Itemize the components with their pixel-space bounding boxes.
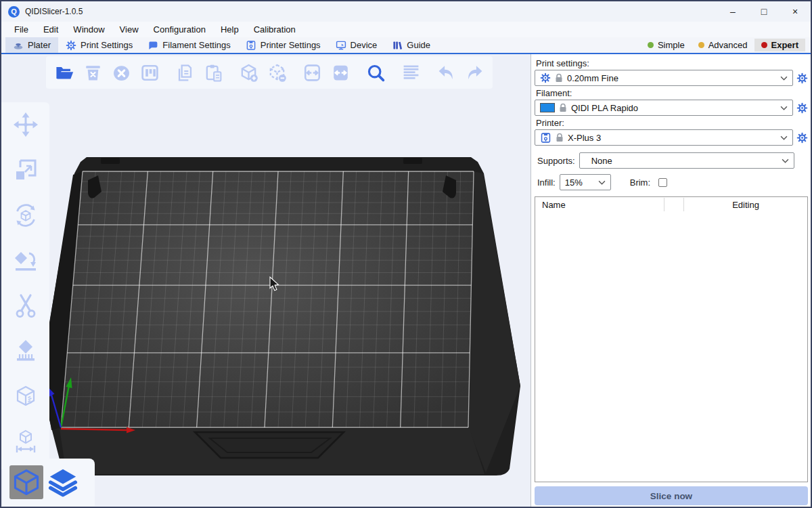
undo-button[interactable] — [434, 59, 457, 86]
3d-viewport[interactable] — [1, 54, 531, 507]
printer-label: Printer: — [536, 118, 808, 128]
undo-icon — [436, 63, 456, 83]
place-on-face-icon — [12, 247, 39, 274]
mode-switcher: Simple Advanced Expert — [641, 37, 811, 53]
window-title: QIDISlicer-1.0.5 — [25, 7, 83, 16]
menu-calibration[interactable]: Calibration — [246, 23, 303, 36]
print-settings-value: 0.20mm Fine — [567, 73, 776, 83]
cut-button[interactable] — [12, 292, 40, 320]
plater-icon — [13, 40, 24, 51]
menu-file[interactable]: File — [7, 23, 36, 36]
lock-icon — [555, 73, 563, 83]
tab-filament-settings[interactable]: Filament Settings — [140, 37, 238, 53]
remove-instance-button[interactable] — [265, 59, 288, 86]
guide-icon — [392, 40, 403, 51]
layer-height-icon — [401, 63, 421, 83]
print-bed — [1, 54, 531, 506]
printer-gear-button[interactable] — [796, 131, 808, 144]
preview-view-button[interactable] — [46, 465, 80, 499]
print-settings-combo[interactable]: 0.20mm Fine — [535, 70, 793, 86]
chevron-down-icon — [782, 158, 789, 163]
column-name: Name — [535, 200, 664, 210]
remove-instance-icon — [267, 63, 287, 83]
maximize-button[interactable]: □ — [748, 1, 780, 22]
mode-expert[interactable]: Expert — [754, 39, 805, 51]
object-list-header: Name Editing — [535, 197, 807, 212]
device-icon — [336, 40, 346, 51]
delete-all-button[interactable] — [110, 59, 133, 86]
3d-view-cube-icon — [11, 467, 42, 498]
arrange-button[interactable] — [138, 59, 161, 86]
move-button[interactable] — [12, 110, 40, 139]
menu-help[interactable]: Help — [213, 23, 246, 36]
cut-scissors-icon — [12, 293, 39, 320]
chevron-down-icon — [598, 180, 606, 185]
rotate-button[interactable] — [12, 201, 40, 230]
infill-label: Infill: — [537, 177, 556, 188]
tab-print-settings[interactable]: Print Settings — [58, 37, 140, 53]
view-mode-switcher — [3, 459, 95, 506]
filament-icon — [148, 40, 158, 51]
tab-guide[interactable]: Guide — [384, 37, 438, 53]
supports-combo[interactable]: None — [579, 152, 794, 169]
gear-icon — [796, 132, 808, 144]
arrange-icon — [140, 63, 160, 83]
delete-all-icon — [112, 63, 131, 83]
tab-device[interactable]: Device — [328, 37, 385, 53]
tab-plater[interactable]: Plater — [5, 37, 58, 53]
brim-label: Brim: — [630, 177, 650, 188]
column-extruder — [664, 198, 684, 211]
print-settings-gear-button[interactable] — [796, 72, 808, 84]
filament-gear-button[interactable] — [796, 102, 808, 114]
gear-icon — [540, 72, 551, 83]
split-to-objects-button[interactable] — [300, 59, 323, 86]
slice-now-button[interactable]: Slice now — [535, 486, 808, 505]
bed-surface — [61, 171, 474, 427]
search-button[interactable] — [364, 59, 387, 86]
3d-editor-view-button[interactable] — [9, 465, 43, 499]
paste-button[interactable] — [202, 59, 225, 86]
minimize-button[interactable]: – — [717, 1, 748, 22]
infill-value: 15% — [565, 177, 594, 188]
menu-edit[interactable]: Edit — [36, 23, 66, 36]
preview-layers-icon — [46, 465, 80, 500]
gear-icon — [66, 40, 76, 51]
close-button[interactable]: × — [780, 1, 811, 22]
menu-window[interactable]: Window — [66, 23, 112, 36]
advanced-dot-icon — [698, 42, 704, 48]
filament-combo[interactable]: QIDI PLA Rapido — [535, 100, 793, 116]
measure-button[interactable] — [12, 428, 40, 457]
mode-advanced[interactable]: Advanced — [692, 39, 754, 51]
lock-icon — [556, 133, 564, 142]
copy-icon — [175, 63, 195, 83]
tab-printer-settings[interactable]: Printer Settings — [238, 37, 328, 53]
paint-supports-button[interactable] — [12, 337, 40, 366]
place-on-face-button[interactable] — [12, 247, 40, 275]
delete-button[interactable] — [81, 59, 104, 86]
simple-dot-icon — [648, 42, 654, 48]
split-to-parts-button[interactable] — [329, 59, 352, 86]
add-instance-button[interactable] — [237, 59, 260, 86]
open-button[interactable] — [53, 59, 76, 86]
title-bar: Q QIDISlicer-1.0.5 – □ × — [1, 1, 811, 22]
gear-icon — [796, 72, 808, 84]
trash-icon — [83, 63, 103, 83]
redo-button[interactable] — [463, 59, 486, 86]
object-list[interactable]: Name Editing — [535, 196, 808, 482]
scale-button[interactable] — [12, 156, 40, 184]
copy-button[interactable] — [173, 59, 196, 86]
infill-combo[interactable]: 15% — [560, 174, 611, 190]
chevron-down-icon — [780, 135, 788, 140]
printer-value: X-Plus 3 — [568, 133, 776, 143]
mode-simple[interactable]: Simple — [641, 39, 692, 51]
seam-icon — [12, 383, 39, 410]
menu-configuration[interactable]: Configuration — [146, 23, 213, 36]
variable-layer-height-button[interactable] — [399, 59, 422, 86]
brim-checkbox[interactable] — [658, 178, 667, 187]
seam-button[interactable] — [12, 383, 40, 411]
printer-combo[interactable]: X-Plus 3 — [535, 129, 793, 146]
menu-view[interactable]: View — [112, 23, 146, 36]
menu-bar: File Edit Window View Configuration Help… — [1, 22, 811, 37]
filament-label: Filament: — [536, 88, 808, 98]
split-parts-icon — [331, 63, 351, 83]
